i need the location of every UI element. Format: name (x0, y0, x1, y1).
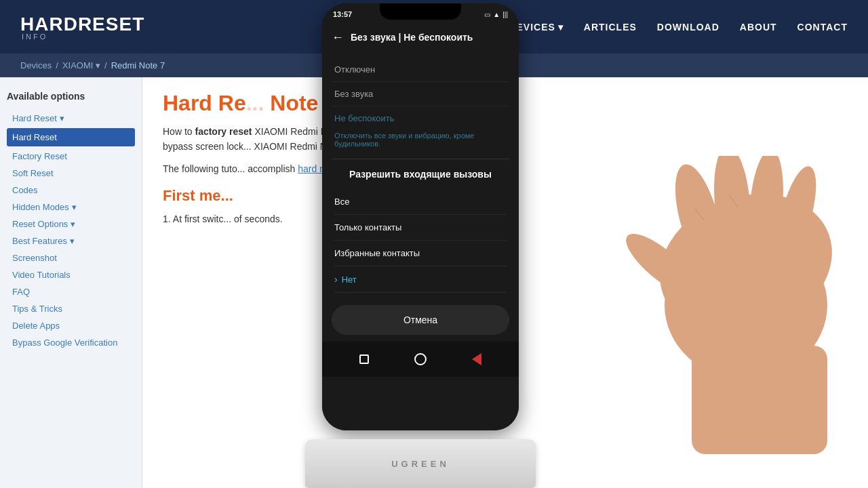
sidebar-title: Available options (7, 91, 135, 102)
chevron-right-icon: › (334, 274, 338, 285)
sidebar-item-hidden-modes[interactable]: Hidden Modes ▾ (7, 199, 135, 216)
sound-option-silent[interactable]: Без звука (322, 82, 519, 106)
sound-option-off[interactable]: Отключен (322, 58, 519, 81)
signal-icon: ||| (502, 11, 508, 18)
call-option-contacts-only[interactable]: Только контакты (334, 215, 507, 241)
sidebar-item-screenshot[interactable]: Screenshot (7, 249, 135, 266)
sidebar-item-hard-reset[interactable]: Hard Reset (7, 128, 135, 146)
back-arrow-icon[interactable]: ← (332, 30, 344, 45)
breadcrumb-current: Redmi Note 7 (111, 60, 165, 70)
phone-notch (380, 3, 461, 20)
screen-header: ← Без звука | Не беспокоить (322, 22, 519, 52)
status-time: 13:57 (333, 10, 352, 18)
call-option-favorites[interactable]: Избранные контакты (334, 241, 507, 266)
chevron-down-icon: ▾ (71, 219, 75, 229)
sidebar-item-soft-reset[interactable]: Soft Reset (7, 165, 135, 182)
battery-icon: ▭ (484, 11, 490, 18)
sidebar-item-factory-reset[interactable]: Factory Reset (7, 148, 135, 165)
phone-stand: UGREEN (305, 439, 536, 488)
triangle-icon (472, 353, 481, 365)
chevron-down-icon: ▾ (60, 113, 64, 123)
sound-sub-label: Отключить все звуки и вибрацию, кроме бу… (322, 130, 519, 153)
nav-about[interactable]: ABOUT (740, 22, 777, 33)
sidebar-item-codes[interactable]: Codes (7, 182, 135, 199)
nav-contact[interactable]: CONTACT (797, 22, 848, 33)
nav-articles[interactable]: ARTICLES (584, 22, 637, 33)
sound-section: Отключен Без звука Не беспокоить Отключи… (322, 52, 519, 159)
cancel-button[interactable]: Отмена (332, 305, 509, 335)
chevron-down-icon: ▾ (70, 236, 75, 246)
sidebar-item-faq[interactable]: FAQ (7, 283, 135, 300)
nav-download[interactable]: DOWNLOAD (657, 22, 719, 33)
square-icon (359, 354, 369, 364)
back-button[interactable] (467, 350, 486, 369)
sidebar-item-delete-apps[interactable]: Delete Apps (7, 317, 135, 334)
sidebar-item-video-tutorials[interactable]: Video Tutorials (7, 266, 135, 283)
incoming-calls-title: Разрешить входящие вызовы (334, 169, 507, 180)
breadcrumb-xiaomi[interactable]: XIAOMI ▾ (62, 60, 100, 70)
logo[interactable]: HARDRESET INFO (20, 14, 144, 41)
incoming-calls-section: Разрешить входящие вызовы Все Только кон… (322, 159, 519, 298)
breadcrumb-sep-2: / (104, 60, 107, 70)
phone-overlay: 13:57 ▭ ▲ ||| ← Без звука | Не беспокоит… (312, 0, 529, 488)
call-option-none[interactable]: › Нет (334, 266, 507, 293)
sidebar-item-bypass-google[interactable]: Bypass Google Verification (7, 334, 135, 351)
sound-option-dnd[interactable]: Не беспокоить (322, 106, 519, 130)
breadcrumb-sep-1: / (56, 60, 58, 70)
nav-bar (322, 342, 519, 377)
recent-apps-button[interactable] (355, 350, 374, 369)
chevron-down-icon: ▾ (558, 22, 564, 33)
stand-label: UGREEN (391, 459, 450, 469)
sidebar-item-hard-reset-header[interactable]: Hard Reset ▾ (7, 110, 135, 127)
logo-info: INFO (22, 33, 144, 41)
circle-icon (414, 353, 427, 365)
sidebar: Available options Hard Reset ▾ Hard Rese… (0, 77, 142, 488)
home-button[interactable] (411, 350, 430, 369)
stand-body: UGREEN (305, 439, 536, 488)
sidebar-item-reset-options[interactable]: Reset Options ▾ (7, 216, 135, 232)
sidebar-item-tips-tricks[interactable]: Tips & Tricks (7, 300, 135, 317)
chevron-icon: ▾ (96, 60, 100, 70)
screen-title: Без звука | Не беспокоить (351, 32, 473, 43)
phone-screen: 13:57 ▭ ▲ ||| ← Без звука | Не беспокоит… (322, 3, 519, 430)
screen-body: Отключен Без звука Не беспокоить Отключи… (322, 52, 519, 430)
phone-device: 13:57 ▭ ▲ ||| ← Без звука | Не беспокоит… (322, 3, 519, 430)
breadcrumb-devices[interactable]: Devices (20, 60, 52, 70)
status-icons: ▭ ▲ ||| (484, 11, 508, 18)
wifi-icon: ▲ (493, 11, 500, 18)
chevron-down-icon: ▾ (72, 202, 77, 212)
call-option-all[interactable]: Все (334, 189, 507, 215)
sidebar-item-best-features[interactable]: Best Features ▾ (7, 232, 135, 249)
